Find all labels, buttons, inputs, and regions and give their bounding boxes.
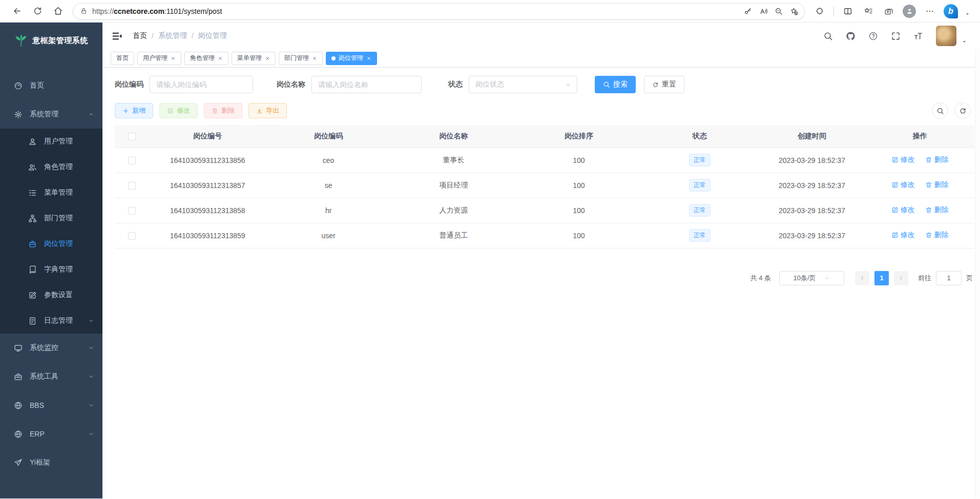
sidebar-item-bbs[interactable]: BBS — [0, 391, 102, 420]
page-1-button[interactable]: 1 — [874, 271, 889, 285]
row-checkbox[interactable] — [128, 232, 136, 240]
refresh-icon[interactable] — [29, 3, 46, 20]
add-button[interactable]: 新增 — [115, 103, 153, 118]
reset-button[interactable]: 重置 — [644, 76, 684, 93]
sidebar-item-user-management[interactable]: 用户管理 — [0, 129, 102, 154]
tab-label: 岗位管理 — [339, 54, 363, 63]
read-aloud-icon[interactable] — [756, 4, 770, 18]
tab-home[interactable]: 首页 — [111, 52, 134, 65]
collections-icon[interactable] — [882, 5, 895, 18]
sidebar-item-label: BBS — [30, 401, 44, 409]
page-size-select[interactable]: 10条/页 — [779, 271, 844, 285]
favorites-bar-icon[interactable] — [862, 5, 875, 18]
bing-chat-icon[interactable]: b — [944, 4, 958, 18]
breadcrumb-home[interactable]: 首页 — [133, 31, 147, 40]
tab-dept-management[interactable]: 部门管理 — [279, 52, 323, 65]
refresh-icon — [652, 81, 659, 88]
row-edit-link[interactable]: 修改 — [891, 205, 915, 215]
chevron-up-icon — [88, 111, 94, 117]
close-icon[interactable] — [366, 56, 371, 61]
sidebar-item-system-monitor[interactable]: 系统监控 — [0, 334, 102, 362]
row-edit-link[interactable]: 修改 — [891, 180, 915, 190]
breadcrumb-system[interactable]: 系统管理 — [158, 31, 187, 40]
tab-post-management[interactable]: 岗位管理 — [326, 52, 377, 65]
edit-icon — [891, 181, 899, 189]
sidebar-item-post-management[interactable]: 岗位管理 — [0, 231, 102, 257]
next-page-button[interactable] — [894, 271, 908, 285]
sidebar-item-home[interactable]: 首页 — [0, 71, 102, 100]
toggle-search-button[interactable] — [932, 102, 948, 119]
sidebar-item-dict-management[interactable]: 字典管理 — [0, 257, 102, 282]
help-icon[interactable] — [868, 31, 878, 41]
sidebar-item-role-management[interactable]: 角色管理 — [0, 154, 102, 180]
row-delete-link[interactable]: 删除 — [925, 180, 949, 190]
active-tab-dot — [331, 56, 336, 60]
post-code-input[interactable] — [150, 76, 253, 93]
row-edit-link[interactable]: 修改 — [891, 155, 915, 164]
tab-role-management[interactable]: 角色管理 — [184, 52, 228, 65]
tab-menu-management[interactable]: 菜单管理 — [232, 52, 276, 65]
prev-page-button[interactable] — [855, 271, 869, 285]
more-icon[interactable] — [923, 5, 936, 18]
export-button[interactable]: 导出 — [248, 103, 287, 118]
close-icon[interactable] — [265, 56, 270, 61]
cell-post-name: 普通员工 — [391, 223, 516, 248]
search-button[interactable]: 搜索 — [595, 76, 636, 93]
tab-user-management[interactable]: 用户管理 — [137, 52, 181, 65]
delete-button[interactable]: 删除 — [204, 103, 242, 118]
sidebar-item-menu-management[interactable]: 菜单管理 — [0, 180, 102, 205]
cell-post-sort: 100 — [516, 223, 641, 248]
close-icon[interactable] — [171, 56, 176, 61]
sidebar-item-erp[interactable]: ERP — [0, 420, 102, 448]
edit-button[interactable]: 修改 — [159, 103, 198, 118]
row-delete-link[interactable]: 删除 — [925, 205, 949, 215]
sidebar-item-system-management[interactable]: 系统管理 — [0, 100, 102, 129]
post-name-input[interactable] — [311, 76, 422, 93]
row-edit-link[interactable]: 修改 — [891, 231, 915, 240]
avatar[interactable] — [936, 26, 956, 46]
split-screen-icon[interactable] — [841, 5, 854, 18]
close-icon[interactable] — [218, 56, 223, 61]
sidebar-item-param-settings[interactable]: 参数设置 — [0, 282, 102, 308]
fullscreen-icon[interactable] — [891, 31, 901, 41]
extensions-icon[interactable] — [813, 5, 826, 18]
row-delete-link[interactable]: 删除 — [925, 155, 949, 164]
refresh-table-button[interactable] — [954, 102, 971, 119]
row-checkbox[interactable] — [128, 207, 136, 215]
row-delete-link[interactable]: 删除 — [925, 231, 949, 240]
gear-icon — [13, 110, 23, 119]
github-icon[interactable] — [846, 31, 856, 41]
close-icon[interactable] — [312, 56, 317, 61]
sidebar-collapse-icon[interactable] — [112, 31, 122, 41]
pagination: 共 4 条 10条/页 1 前往 页 — [115, 271, 974, 285]
search-icon[interactable] — [823, 31, 833, 41]
goto-page-input[interactable] — [936, 271, 962, 285]
cell-post-id: 1641030593112313857 — [149, 173, 266, 198]
zoom-out-icon[interactable] — [772, 4, 786, 18]
address-bar[interactable]: https://ccnetcore.com:1101/system/post — [73, 3, 805, 19]
page-unit-label: 页 — [966, 274, 973, 283]
home-icon[interactable] — [49, 3, 67, 20]
sidebar-item-log-management[interactable]: 日志管理 — [0, 308, 102, 334]
profile-icon[interactable] — [903, 5, 916, 18]
select-all-checkbox[interactable] — [128, 133, 136, 140]
password-icon[interactable] — [741, 4, 755, 18]
chevron-down-icon — [88, 431, 94, 437]
add-favorite-icon[interactable] — [787, 4, 801, 18]
trash-icon — [925, 232, 932, 239]
scrollbar-track[interactable] — [975, 49, 980, 498]
row-checkbox[interactable] — [128, 182, 136, 190]
font-size-icon[interactable] — [913, 31, 923, 41]
sidebar-item-label: Yi框架 — [30, 458, 50, 467]
sidebar-item-system-tools[interactable]: 系统工具 — [0, 362, 102, 391]
dashboard-icon — [13, 81, 23, 90]
sidebar-item-dept-management[interactable]: 部门管理 — [0, 205, 102, 231]
row-checkbox[interactable] — [128, 157, 136, 164]
back-icon[interactable] — [8, 3, 26, 20]
url-text[interactable]: https://ccnetcore.com:1101/system/post — [92, 7, 736, 15]
browser-actions: b — [811, 4, 972, 18]
sidebar-item-yi-framework[interactable]: Yi框架 — [0, 448, 102, 477]
status-select[interactable]: 岗位状态 — [469, 76, 577, 93]
pagination-total: 共 4 条 — [750, 274, 771, 283]
tab-label: 部门管理 — [284, 54, 309, 63]
